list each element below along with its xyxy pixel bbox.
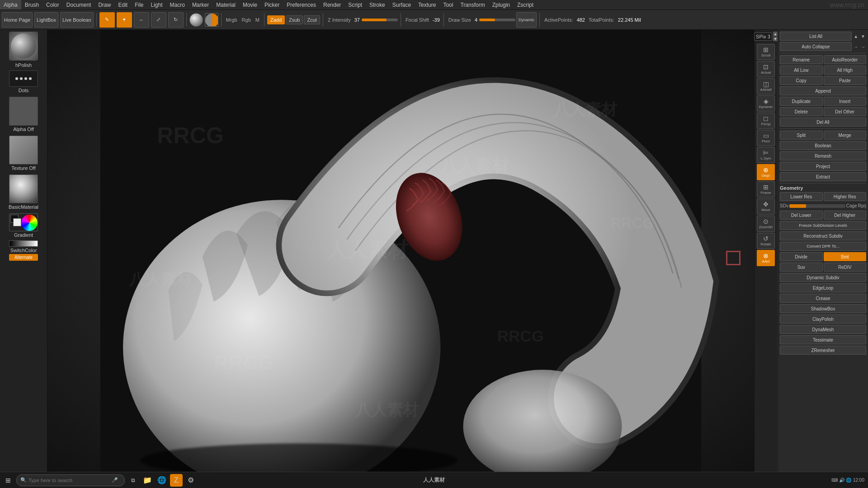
insert-button[interactable]: Insert bbox=[824, 97, 867, 106]
all-low-button[interactable]: All Low bbox=[780, 66, 823, 75]
color-wheel[interactable] bbox=[21, 215, 38, 231]
split-button[interactable]: Split bbox=[780, 131, 823, 140]
dynamesh-button[interactable]: DynaMesh bbox=[780, 325, 866, 334]
chrome-icon[interactable]: 🌐 bbox=[156, 474, 168, 487]
list-all-up-arrow[interactable]: ▲ bbox=[853, 34, 859, 39]
rotate3d-button[interactable]: ↺ Rotate bbox=[757, 233, 775, 249]
menu-movie[interactable]: Movie bbox=[239, 0, 261, 9]
all-high-button[interactable]: All High bbox=[824, 66, 867, 75]
menu-preferences[interactable]: Preferences bbox=[283, 0, 320, 9]
dynamic-button[interactable]: Dynamic bbox=[516, 12, 537, 28]
spix-arrows[interactable]: ▲ ▼ bbox=[773, 32, 778, 41]
alpha-preview[interactable] bbox=[9, 97, 38, 126]
spix-up[interactable]: ▲ bbox=[773, 32, 778, 36]
project-button[interactable]: Project bbox=[780, 162, 866, 171]
persp-button[interactable]: ◻ Persp bbox=[757, 113, 775, 129]
dynamic-view-button[interactable]: ◈ Dynamic bbox=[757, 95, 775, 112]
menu-file[interactable]: File bbox=[131, 0, 147, 9]
menu-draw[interactable]: Draw bbox=[94, 0, 114, 9]
gradient-preview[interactable] bbox=[9, 240, 38, 247]
app-icon-4[interactable]: Z bbox=[170, 474, 183, 487]
list-all-down-arrow[interactable]: ▼ bbox=[860, 34, 866, 39]
menu-surface[interactable]: Surface bbox=[389, 0, 415, 9]
floor-button[interactable]: ▭ Floor bbox=[757, 130, 775, 146]
copy-button[interactable]: Copy bbox=[780, 76, 823, 85]
remesh-button[interactable]: Remesh bbox=[780, 151, 866, 160]
zoom3d-button[interactable]: ⊙ Zoom3D bbox=[757, 216, 775, 232]
delete-button[interactable]: Delete bbox=[780, 107, 823, 116]
half-sphere-toggle[interactable] bbox=[205, 13, 218, 27]
alternate-button[interactable]: Alternate bbox=[9, 254, 38, 261]
rename-button[interactable]: Rename bbox=[780, 55, 823, 64]
freeze-subdiv-button[interactable]: Freeze SubDivision Levels bbox=[780, 221, 866, 230]
crease-button[interactable]: Crease bbox=[780, 294, 866, 303]
zcut-button[interactable]: Zcut bbox=[304, 15, 320, 24]
divide-button[interactable]: Divide bbox=[780, 252, 823, 261]
material-sphere[interactable] bbox=[189, 13, 203, 27]
extract-button[interactable]: Extract bbox=[780, 172, 866, 181]
aact-button[interactable]: ⊗ AAct bbox=[757, 250, 775, 266]
mrgb-label[interactable]: Mrgb bbox=[224, 17, 239, 23]
menu-script[interactable]: Script bbox=[344, 0, 366, 9]
color-swatch[interactable] bbox=[9, 213, 38, 231]
claypolish-button[interactable]: ClayPolish bbox=[780, 314, 866, 324]
windows-start-icon[interactable]: ⊞ bbox=[2, 474, 14, 487]
scale-button[interactable]: ⤢ bbox=[151, 12, 166, 28]
menu-render[interactable]: Render bbox=[320, 0, 344, 9]
del-higher-button[interactable]: Del Higher bbox=[824, 211, 867, 220]
m-label[interactable]: M bbox=[254, 17, 261, 23]
actual-button[interactable]: ⊡ Actual bbox=[757, 61, 775, 77]
menu-stroke[interactable]: Stroke bbox=[366, 0, 389, 9]
menu-texture[interactable]: Texture bbox=[415, 0, 439, 9]
texture-preview[interactable] bbox=[9, 136, 38, 164]
scroll-button[interactable]: ⊞ Scroll bbox=[757, 44, 775, 60]
zsub-button[interactable]: Zsub bbox=[286, 15, 303, 24]
menu-document[interactable]: Document bbox=[63, 0, 95, 9]
list-all-button[interactable]: List All bbox=[780, 32, 852, 41]
app-icon-5[interactable]: ⚙ bbox=[184, 474, 197, 487]
oxyz-button[interactable]: ⊕ Oxyz bbox=[757, 164, 775, 180]
smt-button[interactable]: Smt bbox=[824, 252, 867, 261]
material-preview[interactable] bbox=[9, 174, 38, 203]
edgeloop-button[interactable]: EdgeLoop bbox=[780, 283, 866, 292]
menu-zscript[interactable]: Zscript bbox=[514, 0, 537, 9]
menu-zplugin[interactable]: Zplugin bbox=[489, 0, 514, 9]
menu-alpha[interactable]: Alpha bbox=[0, 0, 21, 9]
del-all-button[interactable]: Del All bbox=[780, 117, 866, 127]
brush-name[interactable]: hPolish bbox=[15, 62, 32, 68]
brush-preview[interactable] bbox=[9, 32, 38, 61]
append-button[interactable]: Append bbox=[780, 86, 866, 95]
tessimate-button[interactable]: Tessimate bbox=[780, 335, 866, 344]
search-input[interactable] bbox=[28, 478, 110, 483]
spix-down[interactable]: ▼ bbox=[773, 37, 778, 41]
menu-tool[interactable]: Tool bbox=[439, 0, 457, 9]
home-page-button[interactable]: Home Page bbox=[2, 12, 33, 28]
zremesher-button[interactable]: ZRemesher bbox=[780, 346, 866, 355]
menu-material[interactable]: Material bbox=[212, 0, 239, 9]
reconstruct-subdiv-button[interactable]: Reconstruct Subdiv bbox=[780, 231, 866, 240]
draw-size-bar[interactable] bbox=[479, 19, 515, 21]
zadd-button[interactable]: Zadd bbox=[267, 15, 285, 24]
boolean-button[interactable]: Boolean bbox=[780, 141, 866, 150]
dynamic-subdiv-button[interactable]: Dynamic Subdiv bbox=[780, 273, 866, 282]
taskview-icon[interactable]: ⧉ bbox=[127, 474, 139, 487]
del-lower-button[interactable]: Del Lower bbox=[780, 211, 823, 220]
canvas-area[interactable]: RRCG 人人素材 RRCG 八人素材 RRCG 八人素材 RRCG 八人素材 … bbox=[47, 30, 754, 472]
shadowbox-button[interactable]: ShadowBox bbox=[780, 304, 866, 313]
suv-button[interactable]: Suv bbox=[780, 263, 823, 272]
menu-light[interactable]: Light bbox=[147, 0, 166, 9]
dots-preview[interactable] bbox=[9, 70, 38, 87]
rediv-button[interactable]: ReDIV bbox=[824, 263, 867, 272]
menu-picker[interactable]: Picker bbox=[261, 0, 283, 9]
auto-collapse-arrow[interactable]: → bbox=[853, 44, 859, 49]
paste-button[interactable]: Paste bbox=[824, 76, 867, 85]
menu-macro[interactable]: Macro bbox=[166, 0, 189, 9]
lightbox-button[interactable]: LightBox bbox=[34, 12, 58, 28]
lsym-button[interactable]: ⊨ L.Sym bbox=[757, 147, 775, 163]
auto-collapse-button[interactable]: Auto Collapse bbox=[780, 42, 852, 51]
edit-button[interactable]: ✎ bbox=[99, 12, 115, 28]
convert-dpr-button[interactable]: Convert DPR To... bbox=[780, 242, 866, 251]
menu-color[interactable]: Color bbox=[42, 0, 63, 9]
del-other-button[interactable]: Del Other bbox=[824, 107, 867, 116]
lower-res-button[interactable]: Lower Res bbox=[780, 192, 823, 201]
